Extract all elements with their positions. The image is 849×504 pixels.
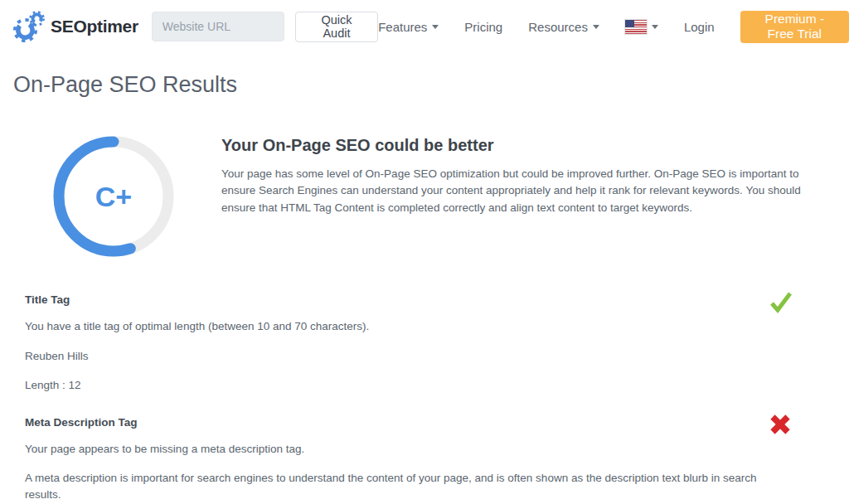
- us-flag-icon: [625, 20, 647, 34]
- audit-item-title-tag: Title Tag You have a title tag of optima…: [25, 293, 824, 394]
- website-url-input[interactable]: [152, 12, 284, 41]
- audit-item-text: Your page appears to be missing a meta d…: [25, 441, 763, 458]
- chevron-down-icon: [593, 25, 599, 29]
- audit-item-text: A meta description is important for sear…: [25, 470, 763, 502]
- audit-item-text: You have a title tag of optimal length (…: [25, 318, 763, 335]
- grade-summary: C+ Your On-Page SEO could be better Your…: [51, 134, 849, 259]
- page-title: On-Page SEO Results: [13, 72, 849, 98]
- audit-results: Title Tag You have a title tag of optima…: [25, 293, 824, 502]
- seoptimer-logo[interactable]: SEOptimer: [12, 9, 138, 44]
- premium-free-trial-button[interactable]: Premium - Free Trial: [740, 11, 849, 43]
- header: SEOptimer Quick Audit Features Pricing R…: [0, 0, 849, 53]
- check-icon: [769, 290, 793, 315]
- audit-item-meta-description: Meta Description Tag Your page appears t…: [25, 416, 824, 503]
- nav-features[interactable]: Features: [378, 20, 439, 34]
- chevron-down-icon: [432, 25, 439, 29]
- chevron-down-icon: [652, 25, 658, 29]
- gear-logo-icon: [12, 9, 46, 44]
- quick-audit-button[interactable]: Quick Audit: [295, 12, 378, 42]
- nav-login[interactable]: Login: [684, 20, 715, 34]
- grade-value: C+: [51, 134, 176, 259]
- cross-icon: [769, 413, 793, 438]
- grade-donut: C+: [51, 134, 176, 259]
- main-nav: Features Pricing Resources Login Premium…: [378, 11, 849, 43]
- audit-item-text: Reuben Hills: [25, 348, 763, 365]
- nav-pricing[interactable]: Pricing: [464, 20, 502, 34]
- nav-resources[interactable]: Resources: [528, 20, 599, 34]
- audit-item-title: Title Tag: [25, 293, 824, 306]
- language-selector[interactable]: [625, 20, 658, 34]
- audit-item-text: Length : 12: [25, 377, 763, 394]
- summary-description: Your page has some level of On-Page SEO …: [221, 166, 835, 216]
- brand-name: SEOptimer: [51, 17, 138, 36]
- audit-item-title: Meta Description Tag: [25, 416, 824, 429]
- summary-heading: Your On-Page SEO could be better: [221, 136, 835, 155]
